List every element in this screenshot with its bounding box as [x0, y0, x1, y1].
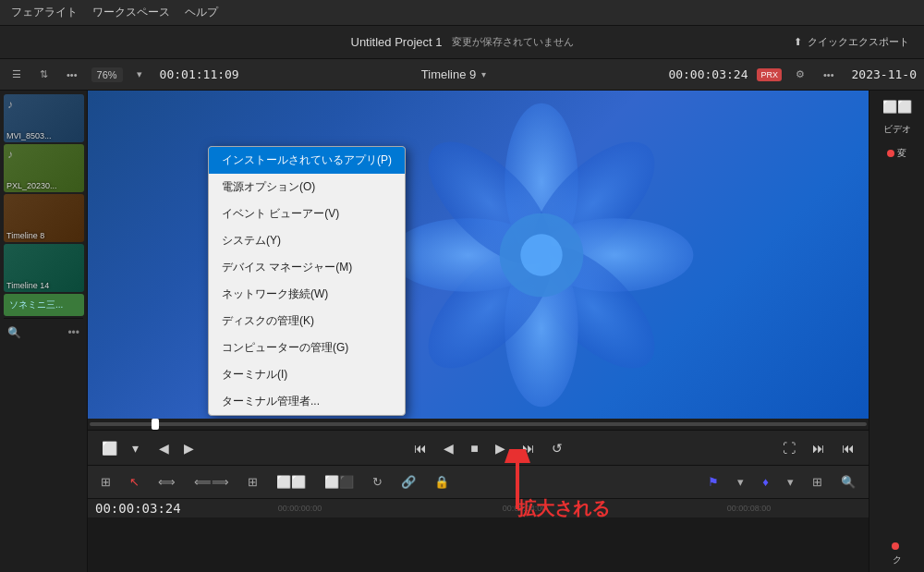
- ruler-mark-0: 00:00:00:00: [188, 504, 412, 513]
- timecode-right: 00:00:03:24: [668, 67, 748, 81]
- timeline-ruler: 00:00:03:24 00:00:00:00 00:00:04:00 00:0…: [88, 499, 869, 517]
- proxy-btn[interactable]: PRX: [757, 68, 782, 81]
- playback-right: ⛶ ⏭ ⏮: [776, 437, 861, 459]
- retime-tool[interactable]: ↻: [367, 472, 388, 492]
- video-preview: インストールされているアプリ(P) 電源オプション(O) イベント ビューアー(…: [88, 91, 869, 419]
- more-right-btn[interactable]: •••: [819, 67, 839, 82]
- music-icon-1: ♪: [7, 148, 13, 161]
- context-item-6[interactable]: ディスクの管理(K): [209, 308, 405, 335]
- context-item-8[interactable]: ターミナル(I): [209, 361, 405, 388]
- win11-flower: [384, 98, 699, 412]
- fx-btn[interactable]: ⚙: [791, 67, 809, 82]
- timeline-timecode: 00:00:03:24: [95, 501, 181, 516]
- quick-export-button[interactable]: ⬆ クイックエクスポート: [794, 35, 909, 49]
- media-label-4: ソネミニ三...: [9, 298, 63, 311]
- main-area: ♪ MVI_8503... ♪ PXL_20230... Timeline 8 …: [0, 91, 924, 572]
- nav-prev-btn[interactable]: ◀: [152, 437, 176, 459]
- media-label-2: Timeline 8: [6, 231, 44, 240]
- context-item-0[interactable]: インストールされているアプリ(P): [209, 147, 405, 174]
- context-item-7[interactable]: コンピューターの管理(G): [209, 335, 405, 361]
- media-label-1: PXL_20230...: [6, 181, 57, 190]
- timeline-toolbar: ☰ ⇅ ••• 76% ▾ 00:01:11:09 Timeline 9 ▾ 0…: [0, 59, 924, 91]
- end-btn[interactable]: ⏮: [835, 437, 861, 459]
- stop-btn[interactable]: ■: [464, 437, 484, 459]
- media-item-2[interactable]: Timeline 8: [4, 194, 84, 242]
- media-item-4[interactable]: ソネミニ三...: [4, 294, 84, 316]
- music-icon-0: ♪: [7, 98, 13, 111]
- loop-btn[interactable]: ↺: [545, 437, 569, 459]
- multi-tool[interactable]: ⊞: [242, 472, 263, 492]
- context-item-9[interactable]: ターミナル管理者...: [209, 388, 405, 415]
- context-item-3[interactable]: システム(Y): [209, 227, 405, 254]
- zoom-level[interactable]: 76%: [91, 67, 123, 82]
- center-area: インストールされているアプリ(P) 電源オプション(O) イベント ビューアー(…: [88, 91, 869, 572]
- go-start-btn[interactable]: ⏮: [407, 437, 433, 459]
- lock-btn[interactable]: 🔒: [429, 472, 455, 492]
- flag-chevron[interactable]: ▾: [732, 472, 749, 492]
- zoom-annotation-text: 拡大される: [517, 496, 610, 521]
- video-background: [88, 91, 869, 419]
- video-label: ビデオ: [883, 123, 911, 136]
- search-icon[interactable]: 🔍: [7, 326, 21, 339]
- link-btn[interactable]: 🔗: [395, 472, 421, 492]
- inspector-btn[interactable]: ⬜⬜: [873, 96, 920, 117]
- fit-btn[interactable]: ⏭: [806, 437, 832, 459]
- marker-chevron[interactable]: ▾: [782, 472, 799, 492]
- scrubber-area[interactable]: [88, 419, 869, 430]
- sort-btn[interactable]: ⇅: [35, 67, 53, 82]
- zoom-chevron[interactable]: ▾: [132, 67, 147, 82]
- nav-next-btn[interactable]: ▶: [177, 437, 201, 459]
- edit-toolbar: ⊞ ↖ ⟺ ⟸⟹ ⊞ ⬜⬜ ⬜⬛ ↻ 🔗 🔒 ⚑ ▾ ♦ ▾ ⊞ 🔍: [88, 465, 869, 498]
- monitor-chevron[interactable]: ▾: [126, 437, 145, 459]
- svg-point-9: [520, 234, 562, 275]
- date-display: 2023-11-0: [852, 67, 917, 81]
- select-tool[interactable]: ↖: [124, 472, 145, 492]
- change-label: 変: [897, 147, 906, 160]
- timeline-bottom: 00:00:03:24 00:00:00:00 00:00:04:00 00:0…: [88, 498, 869, 572]
- grid-btn[interactable]: ⊞: [95, 472, 116, 492]
- insert-tool[interactable]: ⬜⬛: [319, 472, 359, 492]
- sidebar-search-bar: 🔍 •••: [4, 318, 83, 346]
- menu-bar: フェアライト ワークスペース ヘルプ: [0, 0, 924, 26]
- menu-workspace[interactable]: ワークスペース: [92, 5, 170, 20]
- playback-left: ⬜ ▾: [95, 437, 145, 459]
- context-item-1[interactable]: 電源オプション(O): [209, 174, 405, 201]
- monitor-btn[interactable]: ⬜: [95, 437, 124, 459]
- layout-btn[interactable]: ☰: [7, 67, 26, 82]
- zoom-in-btn[interactable]: 🔍: [835, 472, 861, 492]
- media-label-0: MVI_8503...: [6, 131, 52, 140]
- track-label: ク: [893, 554, 902, 566]
- context-item-4[interactable]: デバイス マネージャー(M): [209, 254, 405, 281]
- scrubber-head[interactable]: [152, 419, 159, 430]
- quick-export-label: クイックエクスポート: [808, 35, 909, 49]
- menu-fairlight[interactable]: フェアライト: [11, 5, 78, 20]
- snap-btn[interactable]: ⊞: [807, 472, 828, 492]
- roll-tool[interactable]: ⟸⟹: [188, 472, 235, 492]
- context-menu[interactable]: インストールされているアプリ(P) 電源オプション(O) イベント ビューアー(…: [208, 146, 406, 416]
- ripple-tool[interactable]: ⟺: [152, 472, 181, 492]
- play-reverse-btn[interactable]: ◀: [437, 437, 460, 459]
- timeline-chevron[interactable]: ▾: [481, 69, 486, 79]
- sidebar-more-btn[interactable]: •••: [67, 326, 79, 339]
- menu-help[interactable]: ヘルプ: [185, 5, 218, 20]
- timeline-name: Timeline 9: [421, 67, 476, 81]
- marker-btn[interactable]: ♦: [757, 472, 774, 492]
- project-title: Untitled Project 1: [351, 35, 443, 49]
- record-dot: [887, 150, 894, 157]
- upload-icon: ⬆: [794, 36, 802, 48]
- track-record-dot[interactable]: [892, 542, 899, 550]
- unsaved-label: 変更が保存されていません: [452, 35, 574, 49]
- left-sidebar: ♪ MVI_8503... ♪ PXL_20230... Timeline 8 …: [0, 91, 88, 572]
- playback-center: ⏮ ◀ ■ ▶ ⏭ ↺: [201, 437, 776, 459]
- media-item-3[interactable]: Timeline 14: [4, 244, 84, 292]
- overwrite-tool[interactable]: ⬜⬜: [271, 472, 311, 492]
- context-item-5[interactable]: ネットワーク接続(W): [209, 281, 405, 308]
- flag-btn[interactable]: ⚑: [702, 472, 724, 492]
- edit-toolbar-right: ⚑ ▾ ♦ ▾ ⊞ 🔍: [702, 472, 861, 492]
- media-item-1[interactable]: ♪ PXL_20230...: [4, 144, 84, 192]
- right-panel: ⬜⬜ ビデオ 変 ク: [869, 91, 924, 572]
- more-btn[interactable]: •••: [62, 67, 82, 82]
- media-item-0[interactable]: ♪ MVI_8503...: [4, 94, 84, 142]
- fullscreen-btn[interactable]: ⛶: [776, 437, 802, 459]
- context-item-2[interactable]: イベント ビューアー(V): [209, 201, 405, 227]
